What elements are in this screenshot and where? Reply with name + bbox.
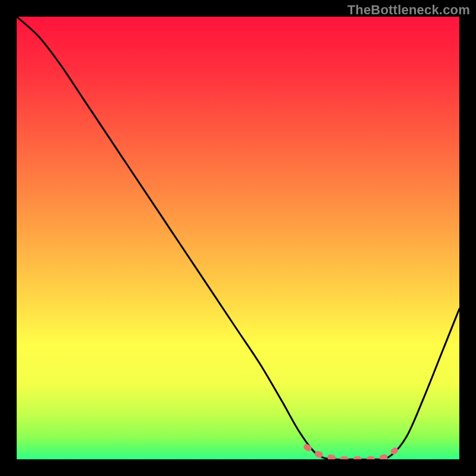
- bottleneck-curve: [17, 17, 459, 459]
- chart-svg: [17, 17, 459, 459]
- watermark-text: TheBottleneck.com: [347, 2, 470, 18]
- chart-frame: TheBottleneck.com: [0, 0, 476, 476]
- plot-area: [17, 17, 459, 459]
- optimal-range-marker: [306, 447, 395, 459]
